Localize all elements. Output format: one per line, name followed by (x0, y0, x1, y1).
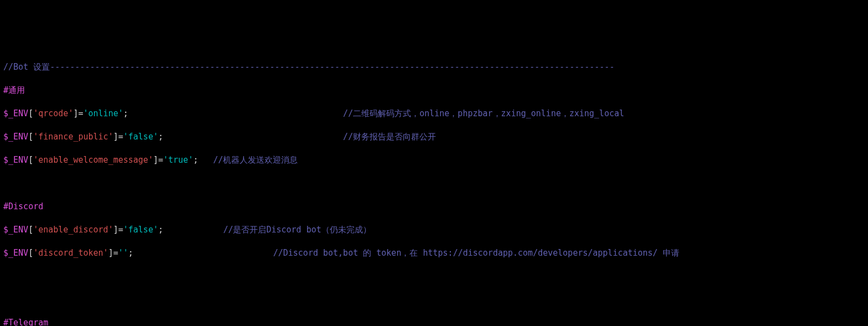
line-finance-public: $_ENV['finance_public']='false'; //财务报告是… (3, 131, 865, 143)
line-discord-token: $_ENV['discord_token']=''; //Discord bot… (3, 247, 865, 259)
header-dashes: ----------------------------------------… (50, 62, 614, 72)
code-block: //Bot 设置--------------------------------… (3, 50, 865, 326)
blank-line (3, 294, 865, 306)
section-header: //Bot 设置--------------------------------… (3, 61, 865, 73)
comment-qrcode: //二维码解码方式，online，phpzbar，zxing_online，zx… (343, 108, 624, 118)
comment-finance: //财务报告是否向群公开 (343, 132, 436, 142)
comment-welcome: //机器人发送欢迎消息 (213, 155, 298, 165)
line-enable-discord: $_ENV['enable_discord']='false'; //是否开启D… (3, 224, 865, 236)
line-welcome: $_ENV['enable_welcome_message']='true'; … (3, 154, 865, 166)
header-title: //Bot 设置 (3, 62, 50, 72)
section-telegram: #Telegram (3, 317, 865, 326)
section-discord: #Discord (3, 201, 865, 213)
comment-enable-discord: //是否开启Discord bot（仍未完成） (223, 225, 371, 235)
blank-line (3, 178, 865, 189)
blank-line (3, 271, 865, 282)
section-general: #通用 (3, 85, 865, 96)
comment-discord-token: //Discord bot,bot 的 token，在 https://disc… (273, 248, 679, 258)
line-qrcode: $_ENV['qrcode']='online'; //二维码解码方式，onli… (3, 108, 865, 120)
